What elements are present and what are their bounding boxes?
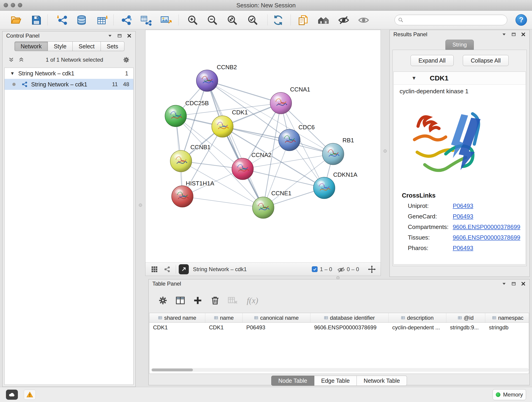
table-panel-close-button[interactable]	[519, 281, 527, 287]
search-input[interactable]	[406, 17, 504, 23]
horizontal-scrollbar[interactable]	[151, 368, 529, 372]
network-collection-row[interactable]: ▼ String Network – cdk1 1	[5, 68, 133, 79]
column-header-description[interactable]: description	[389, 313, 446, 322]
zoom-fit-button[interactable]	[226, 13, 239, 27]
column-header-name[interactable]: name	[205, 313, 243, 322]
network-node-hist1h1a[interactable]: HIST1H1A	[172, 180, 215, 207]
table-cell: stringdb:9...	[446, 324, 485, 331]
tab-node-table[interactable]: Node Table	[271, 376, 314, 386]
results-panel-collapse-button[interactable]	[500, 31, 508, 38]
column-header-canonical-name[interactable]: canonical name	[243, 313, 310, 322]
create-column-button[interactable]	[190, 293, 205, 308]
gear-icon	[158, 295, 168, 306]
control-panel-close-button[interactable]	[125, 32, 133, 39]
apply-layout-button[interactable]	[272, 13, 285, 27]
network-edge[interactable]	[222, 127, 333, 154]
control-panel-float-button[interactable]	[116, 32, 123, 39]
network-row[interactable]: String Network – cdk1 11 48	[5, 79, 133, 90]
results-panel-float-button[interactable]	[510, 31, 518, 38]
import-table-from-file-button[interactable]	[96, 13, 109, 27]
results-panel-close-button[interactable]	[519, 31, 527, 38]
zoom-out-button[interactable]	[206, 13, 219, 27]
network-edge[interactable]	[207, 81, 263, 208]
export-image-button[interactable]	[159, 13, 173, 27]
open-in-new-window-button[interactable]	[179, 264, 189, 274]
close-window-button[interactable]	[4, 3, 8, 7]
maximize-window-button[interactable]	[18, 3, 22, 7]
network-edge[interactable]	[207, 81, 281, 103]
zoom-in-button[interactable]	[186, 13, 199, 27]
move-tool-button[interactable]	[367, 265, 376, 274]
network-view[interactable]: CCNB2CCNA1CDC25BCDK1CDC6RB1CCNB1CCNA2CDK…	[145, 30, 381, 276]
table-mode-button[interactable]	[156, 293, 170, 308]
table-panel-collapse-button[interactable]	[500, 281, 508, 287]
hide-details-button[interactable]	[337, 13, 350, 27]
delete-columns-button[interactable]	[208, 293, 222, 308]
cloud-button[interactable]	[6, 390, 18, 400]
import-network-from-database-button[interactable]	[75, 13, 88, 27]
column-header-shared-name[interactable]: shared name	[149, 313, 205, 322]
minimize-window-button[interactable]	[11, 3, 15, 7]
vertical-splitter-handle[interactable]	[384, 149, 387, 153]
new-network-button[interactable]	[120, 13, 133, 27]
network-node-ccna2[interactable]: CCNA2	[232, 152, 272, 180]
scrollbar-thumb[interactable]	[152, 369, 193, 371]
node-label: CCNA2	[251, 152, 272, 158]
zoom-selected-button[interactable]	[246, 13, 259, 27]
tab-network-table[interactable]: Network Table	[357, 376, 407, 386]
open-session-button[interactable]	[9, 13, 22, 27]
import-network-from-file-button[interactable]	[56, 13, 69, 27]
protein-section-header[interactable]: ▼ CDK1	[394, 72, 526, 85]
horizontal-splitter-handle[interactable]	[336, 276, 340, 279]
network-node-ccne1[interactable]: CCNE1	[253, 190, 291, 218]
documents-button[interactable]	[297, 13, 310, 27]
new-table-from-network-button[interactable]	[139, 13, 153, 27]
control-panel-collapse-button[interactable]	[106, 32, 114, 39]
help-button[interactable]: ?	[515, 14, 527, 26]
crosslink-value-link[interactable]: P06493	[453, 245, 473, 252]
show-details-button[interactable]	[357, 13, 370, 27]
crosslink-value-link[interactable]: 9606.ENSP00000378699	[453, 223, 520, 230]
crosslink-value-link[interactable]: P06493	[453, 213, 473, 220]
tab-select[interactable]: Select	[73, 41, 101, 51]
network-node-cdc6[interactable]: CDC6	[279, 124, 315, 151]
tab-edge-table[interactable]: Edge Table	[314, 376, 357, 386]
network-edge[interactable]	[243, 169, 324, 188]
network-edge[interactable]	[182, 196, 263, 208]
crosslink-value-link[interactable]: 9606.ENSP00000378699	[453, 234, 520, 241]
table-row[interactable]: CDK1CDK1P064939606.ENSP00000378699cyclin…	[149, 323, 529, 332]
show-columns-button[interactable]	[173, 293, 188, 308]
home-button[interactable]	[317, 13, 330, 27]
collapse-all-networks-button[interactable]	[17, 56, 25, 64]
column-header-@id[interactable]: @id	[446, 313, 485, 322]
network-node-ccna1[interactable]: CCNA1	[270, 86, 310, 114]
crosslink-value-link[interactable]: P06493	[453, 202, 473, 210]
column-header-database-identifier[interactable]: database identifier	[310, 313, 389, 322]
tab-style[interactable]: Style	[48, 41, 73, 51]
crosslink-row: GeneCard:P06493	[394, 211, 526, 222]
tab-string[interactable]: String	[445, 40, 474, 50]
vertical-splitter-handle[interactable]	[139, 204, 142, 207]
collapse-triangle-icon[interactable]: ▼	[10, 71, 15, 76]
network-canvas[interactable]: CCNB2CCNA1CDC25BCDK1CDC6RB1CCNB1CCNA2CDK…	[146, 30, 380, 263]
network-node-cdkn1a[interactable]: CDKN1A	[313, 171, 357, 199]
table-panel-float-button[interactable]	[510, 281, 518, 287]
save-session-button[interactable]	[30, 13, 43, 27]
network-overview-button[interactable]	[162, 264, 172, 274]
network-options-button[interactable]	[122, 56, 131, 64]
warnings-button[interactable]	[24, 390, 36, 400]
expand-all-networks-button[interactable]	[7, 56, 15, 64]
column-header-namespac[interactable]: namespac	[485, 313, 529, 322]
tab-sets[interactable]: Sets	[101, 41, 124, 51]
network-node-cdc25b[interactable]: CDC25B	[165, 100, 209, 127]
selection-checkbox-icon[interactable]	[312, 266, 317, 272]
memory-button[interactable]: Memory	[493, 389, 526, 400]
network-node-cdk1[interactable]: CDK1	[212, 109, 248, 137]
crosslink-row: Compartments:9606.ENSP00000378699	[394, 222, 526, 232]
collapse-triangle-icon[interactable]: ▼	[412, 75, 417, 81]
network-node-rb1[interactable]: RB1	[322, 137, 354, 165]
birds-eye-view-button[interactable]	[150, 264, 159, 274]
tab-network[interactable]: Network	[14, 41, 48, 51]
expand-all-button[interactable]: Expand All	[411, 55, 454, 66]
collapse-all-button[interactable]: Collapse All	[463, 55, 509, 66]
